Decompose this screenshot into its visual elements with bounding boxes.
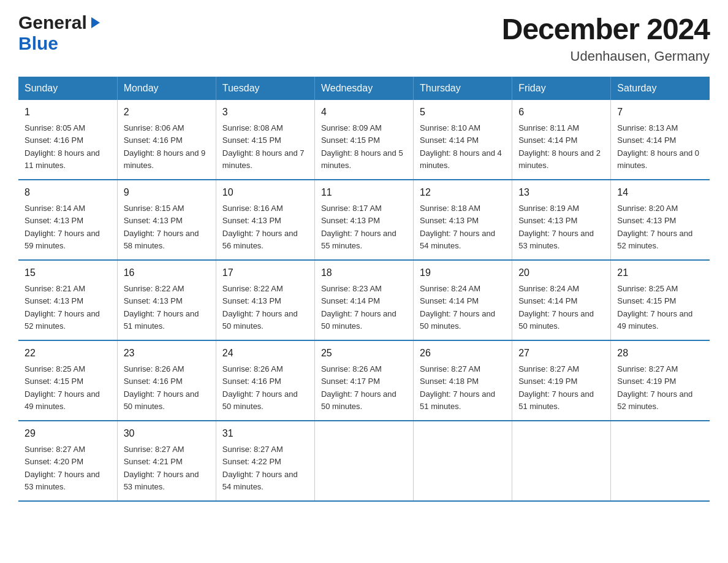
calendar-cell: 28Sunrise: 8:27 AMSunset: 4:19 PMDayligh… [611, 340, 710, 421]
day-number: 29 [25, 426, 111, 441]
calendar-cell: 15Sunrise: 8:21 AMSunset: 4:13 PMDayligh… [18, 260, 117, 340]
location-label: Udenhausen, Germany [502, 48, 710, 64]
calendar-cell: 27Sunrise: 8:27 AMSunset: 4:19 PMDayligh… [512, 340, 611, 421]
calendar-cell: 17Sunrise: 8:22 AMSunset: 4:13 PMDayligh… [216, 260, 314, 340]
weekday-header-wednesday: Wednesday [314, 77, 413, 100]
day-number: 19 [420, 266, 506, 280]
day-number: 4 [321, 105, 407, 120]
day-number: 17 [222, 266, 308, 280]
day-info: Sunrise: 8:24 AMSunset: 4:14 PMDaylight:… [420, 284, 495, 331]
day-info: Sunrise: 8:16 AMSunset: 4:13 PMDaylight:… [222, 204, 298, 250]
day-info: Sunrise: 8:26 AMSunset: 4:16 PMDaylight:… [124, 364, 199, 411]
day-number: 18 [321, 266, 407, 280]
day-info: Sunrise: 8:13 AMSunset: 4:14 PMDaylight:… [617, 123, 699, 170]
day-info: Sunrise: 8:21 AMSunset: 4:13 PMDaylight:… [25, 284, 100, 331]
day-info: Sunrise: 8:27 AMSunset: 4:20 PMDaylight:… [25, 445, 100, 491]
calendar-cell: 14Sunrise: 8:20 AMSunset: 4:13 PMDayligh… [611, 180, 710, 260]
calendar-cell: 10Sunrise: 8:16 AMSunset: 4:13 PMDayligh… [216, 180, 314, 260]
calendar-cell: 31Sunrise: 8:27 AMSunset: 4:22 PMDayligh… [216, 421, 314, 501]
day-number: 3 [222, 105, 308, 120]
day-info: Sunrise: 8:22 AMSunset: 4:13 PMDaylight:… [222, 284, 298, 331]
weekday-header-row: SundayMondayTuesdayWednesdayThursdayFrid… [18, 77, 710, 100]
day-info: Sunrise: 8:24 AMSunset: 4:14 PMDaylight:… [518, 284, 594, 331]
calendar-cell [314, 421, 413, 501]
calendar-cell: 23Sunrise: 8:26 AMSunset: 4:16 PMDayligh… [117, 340, 216, 421]
day-info: Sunrise: 8:20 AMSunset: 4:13 PMDaylight:… [617, 204, 692, 250]
calendar-cell: 13Sunrise: 8:19 AMSunset: 4:13 PMDayligh… [512, 180, 611, 260]
day-info: Sunrise: 8:10 AMSunset: 4:14 PMDaylight:… [420, 123, 502, 170]
day-info: Sunrise: 8:26 AMSunset: 4:16 PMDaylight:… [222, 364, 298, 411]
calendar-cell: 8Sunrise: 8:14 AMSunset: 4:13 PMDaylight… [18, 180, 117, 260]
calendar-cell: 29Sunrise: 8:27 AMSunset: 4:20 PMDayligh… [18, 421, 117, 501]
day-number: 11 [321, 185, 407, 200]
calendar-cell: 7Sunrise: 8:13 AMSunset: 4:14 PMDaylight… [611, 100, 710, 180]
page-header: General Blue December 2024 Udenhausen, G… [18, 12, 710, 64]
calendar-cell [611, 421, 710, 501]
day-number: 8 [25, 185, 111, 200]
day-info: Sunrise: 8:18 AMSunset: 4:13 PMDaylight:… [420, 204, 495, 250]
svg-marker-0 [91, 17, 100, 28]
logo: General Blue [18, 12, 102, 54]
day-info: Sunrise: 8:08 AMSunset: 4:15 PMDaylight:… [222, 123, 305, 170]
day-info: Sunrise: 8:23 AMSunset: 4:14 PMDaylight:… [321, 284, 396, 331]
month-title: December 2024 [502, 12, 710, 46]
day-number: 21 [617, 266, 703, 280]
calendar-cell: 4Sunrise: 8:09 AMSunset: 4:15 PMDaylight… [314, 100, 413, 180]
day-info: Sunrise: 8:11 AMSunset: 4:14 PMDaylight:… [518, 123, 601, 170]
day-number: 10 [222, 185, 308, 200]
calendar-cell: 18Sunrise: 8:23 AMSunset: 4:14 PMDayligh… [314, 260, 413, 340]
calendar-cell: 24Sunrise: 8:26 AMSunset: 4:16 PMDayligh… [216, 340, 314, 421]
day-number: 14 [617, 185, 703, 200]
calendar-cell: 12Sunrise: 8:18 AMSunset: 4:13 PMDayligh… [414, 180, 512, 260]
day-number: 30 [124, 426, 210, 441]
day-info: Sunrise: 8:27 AMSunset: 4:21 PMDaylight:… [124, 445, 199, 491]
calendar-cell: 19Sunrise: 8:24 AMSunset: 4:14 PMDayligh… [414, 260, 512, 340]
week-row-4: 22Sunrise: 8:25 AMSunset: 4:15 PMDayligh… [18, 340, 710, 421]
day-info: Sunrise: 8:15 AMSunset: 4:13 PMDaylight:… [124, 204, 199, 250]
day-number: 6 [518, 105, 604, 120]
day-number: 24 [222, 346, 308, 361]
calendar-cell: 25Sunrise: 8:26 AMSunset: 4:17 PMDayligh… [314, 340, 413, 421]
day-number: 28 [617, 346, 703, 361]
day-number: 2 [124, 105, 210, 120]
calendar-cell [512, 421, 611, 501]
calendar-cell: 3Sunrise: 8:08 AMSunset: 4:15 PMDaylight… [216, 100, 314, 180]
day-info: Sunrise: 8:27 AMSunset: 4:22 PMDaylight:… [222, 445, 298, 491]
day-number: 15 [25, 266, 111, 280]
calendar-cell: 16Sunrise: 8:22 AMSunset: 4:13 PMDayligh… [117, 260, 216, 340]
calendar-cell: 20Sunrise: 8:24 AMSunset: 4:14 PMDayligh… [512, 260, 611, 340]
week-row-1: 1Sunrise: 8:05 AMSunset: 4:16 PMDaylight… [18, 100, 710, 180]
week-row-3: 15Sunrise: 8:21 AMSunset: 4:13 PMDayligh… [18, 260, 710, 340]
day-number: 25 [321, 346, 407, 361]
weekday-header-sunday: Sunday [18, 77, 117, 100]
logo-blue-text: Blue [18, 33, 58, 53]
day-number: 5 [420, 105, 506, 120]
day-number: 16 [124, 266, 210, 280]
day-info: Sunrise: 8:27 AMSunset: 4:18 PMDaylight:… [420, 364, 495, 411]
logo-arrow-icon [89, 16, 102, 32]
weekday-header-saturday: Saturday [611, 77, 710, 100]
logo-general-text: General [18, 12, 87, 33]
day-info: Sunrise: 8:27 AMSunset: 4:19 PMDaylight:… [617, 364, 692, 411]
calendar-cell: 11Sunrise: 8:17 AMSunset: 4:13 PMDayligh… [314, 180, 413, 260]
day-number: 13 [518, 185, 604, 200]
day-info: Sunrise: 8:17 AMSunset: 4:13 PMDaylight:… [321, 204, 396, 250]
weekday-header-tuesday: Tuesday [216, 77, 314, 100]
calendar-cell: 26Sunrise: 8:27 AMSunset: 4:18 PMDayligh… [414, 340, 512, 421]
weekday-header-friday: Friday [512, 77, 611, 100]
calendar-cell: 5Sunrise: 8:10 AMSunset: 4:14 PMDaylight… [414, 100, 512, 180]
day-number: 1 [25, 105, 111, 120]
day-info: Sunrise: 8:19 AMSunset: 4:13 PMDaylight:… [518, 204, 594, 250]
calendar-cell: 30Sunrise: 8:27 AMSunset: 4:21 PMDayligh… [117, 421, 216, 501]
calendar-cell: 2Sunrise: 8:06 AMSunset: 4:16 PMDaylight… [117, 100, 216, 180]
day-number: 12 [420, 185, 506, 200]
calendar-table: SundayMondayTuesdayWednesdayThursdayFrid… [18, 77, 710, 502]
weekday-header-monday: Monday [117, 77, 216, 100]
day-number: 23 [124, 346, 210, 361]
title-section: December 2024 Udenhausen, Germany [502, 12, 710, 64]
day-number: 20 [518, 266, 604, 280]
calendar-cell: 6Sunrise: 8:11 AMSunset: 4:14 PMDaylight… [512, 100, 611, 180]
calendar-cell: 1Sunrise: 8:05 AMSunset: 4:16 PMDaylight… [18, 100, 117, 180]
day-info: Sunrise: 8:25 AMSunset: 4:15 PMDaylight:… [25, 364, 100, 411]
day-info: Sunrise: 8:27 AMSunset: 4:19 PMDaylight:… [518, 364, 594, 411]
